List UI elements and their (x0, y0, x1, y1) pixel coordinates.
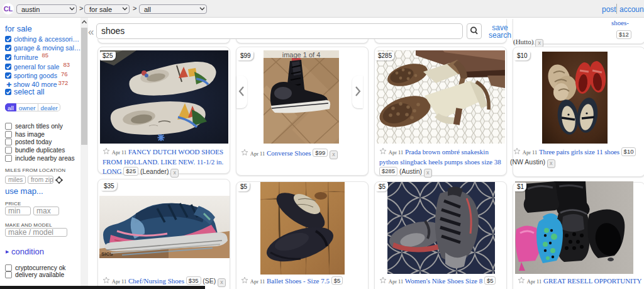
svg-text:SICS: SICS (101, 251, 113, 257)
